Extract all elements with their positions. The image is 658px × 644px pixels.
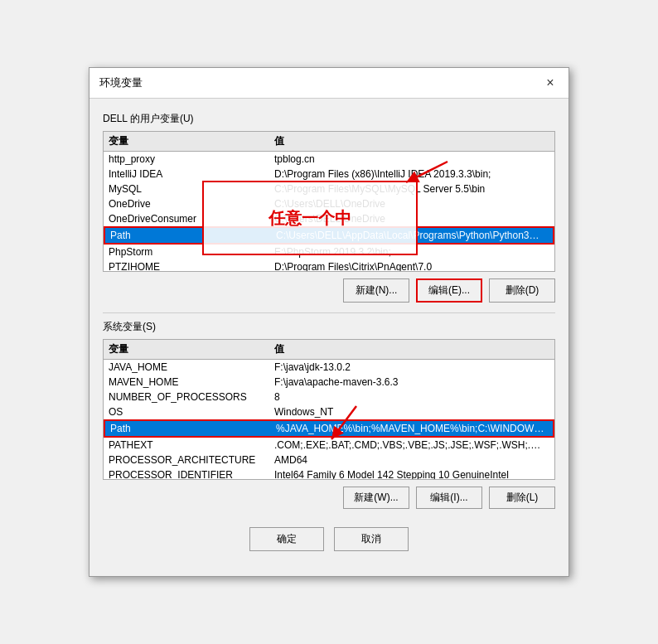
system-vars-label: 系统变量(S) xyxy=(103,320,555,334)
system-vars-rows: JAVA_HOMEF:\java\jdk-13.0.2MAVEN_HOMEF:\… xyxy=(104,360,554,480)
system-vars-header-var: 变量 xyxy=(109,342,274,356)
sys-row-var: MAVEN_HOME xyxy=(109,376,274,388)
sys-edit-button[interactable]: 编辑(I)... xyxy=(416,487,482,509)
sys-row-val: .COM;.EXE;.BAT;.CMD;.VBS;.VBE;.JS;.JSE;.… xyxy=(274,439,549,451)
sys-delete-button[interactable]: 删除(L) xyxy=(489,487,555,509)
sys-row-val: Intel64 Family 6 Model 142 Stepping 10 G… xyxy=(274,469,549,480)
title-bar: 环境变量 × xyxy=(90,68,568,99)
bottom-buttons: 确定 取消 xyxy=(103,519,555,563)
sys-row-var: NUMBER_OF_PROCESSORS xyxy=(109,391,274,403)
sys-row-var: JAVA_HOME xyxy=(109,361,274,373)
user-row-val: tpblog.cn xyxy=(274,153,549,165)
sys-new-button[interactable]: 新建(W)... xyxy=(343,487,409,509)
sys-row-var: PROCESSOR_IDENTIFIER xyxy=(109,469,274,480)
system-vars-header: 变量 值 xyxy=(104,340,554,360)
user-row-var: http_proxy xyxy=(109,153,274,165)
sys-table-row[interactable]: Path%JAVA_HOME%\bin;%MAVEN_HOME%\bin;C:\… xyxy=(104,419,554,438)
user-vars-buttons: 新建(N)... 编辑(E)... 删除(D) xyxy=(103,278,555,303)
sys-row-var: OS xyxy=(109,406,274,418)
user-table-row[interactable]: http_proxytpblog.cn xyxy=(104,152,554,167)
user-row-val: D:\Program Files (x86)\IntelliJ IDEA 201… xyxy=(274,168,549,180)
annotation-text: 任意一个中 xyxy=(269,207,351,230)
sys-table-row[interactable]: PROCESSOR_IDENTIFIERIntel64 Family 6 Mod… xyxy=(104,467,554,480)
dialog-body: DELL 的用户变量(U) 变量 值 http_proxytpblog.cnIn… xyxy=(90,99,568,576)
close-button[interactable]: × xyxy=(542,75,559,91)
system-vars-section: 系统变量(S) 变量 值 JAVA_HOMEF:\java\jdk-13.0.2… xyxy=(103,320,555,509)
sys-row-val: F:\java\apache-maven-3.6.3 xyxy=(274,376,549,388)
user-vars-header-val: 值 xyxy=(274,134,549,148)
user-vars-label: DELL 的用户变量(U) xyxy=(103,112,555,126)
sys-row-var: PATHEXT xyxy=(109,439,274,451)
user-vars-header-var: 变量 xyxy=(109,134,274,148)
sys-table-row[interactable]: OSWindows_NT xyxy=(104,404,554,419)
user-delete-button[interactable]: 删除(D) xyxy=(489,278,555,303)
sys-table-row[interactable]: JAVA_HOMEF:\java\jdk-13.0.2 xyxy=(104,360,554,375)
sys-table-row[interactable]: PATHEXT.COM;.EXE;.BAT;.CMD;.VBS;.VBE;.JS… xyxy=(104,438,554,453)
ok-button[interactable]: 确定 xyxy=(249,527,324,551)
sys-row-var: PROCESSOR_ARCHITECTURE xyxy=(109,454,274,466)
sys-row-val: AMD64 xyxy=(274,454,549,466)
sys-row-val: F:\java\jdk-13.0.2 xyxy=(274,361,549,373)
user-row-var: PTZIHOME xyxy=(109,261,274,272)
user-row-val: D:\Program Files\Citrix\PnAgent\7.0 xyxy=(274,261,549,272)
sys-table-row[interactable]: PROCESSOR_ARCHITECTUREAMD64 xyxy=(104,453,554,467)
sys-row-val: %JAVA_HOME%\bin;%MAVEN_HOME%\bin;C:\WIND… xyxy=(276,423,548,434)
sys-table-row[interactable]: MAVEN_HOMEF:\java\apache-maven-3.6.3 xyxy=(104,375,554,390)
user-row-var: IntelliJ IDEA xyxy=(109,168,274,180)
user-vars-section: DELL 的用户变量(U) 变量 值 http_proxytpblog.cnIn… xyxy=(103,112,555,303)
sys-table-row[interactable]: NUMBER_OF_PROCESSORS8 xyxy=(104,390,554,404)
user-new-button[interactable]: 新建(N)... xyxy=(343,278,409,303)
system-vars-buttons: 新建(W)... 编辑(I)... 删除(L) xyxy=(103,487,555,509)
system-vars-table[interactable]: 变量 值 JAVA_HOMEF:\java\jdk-13.0.2MAVEN_HO… xyxy=(103,339,555,480)
env-vars-dialog: 环境变量 × DELL 的用户变量(U) 变量 值 http_proxytpbl… xyxy=(89,67,569,577)
sys-row-var: Path xyxy=(110,423,276,434)
annotation-box-user: 任意一个中 xyxy=(202,181,418,255)
system-vars-header-val: 值 xyxy=(274,342,549,356)
sys-row-val: Windows_NT xyxy=(274,406,549,418)
user-table-row[interactable]: PTZIHOMED:\Program Files\Citrix\PnAgent\… xyxy=(104,259,554,272)
section-divider xyxy=(103,312,555,313)
user-table-row[interactable]: IntelliJ IDEAD:\Program Files (x86)\Inte… xyxy=(104,167,554,182)
user-vars-header: 变量 值 xyxy=(104,132,554,152)
sys-row-val: 8 xyxy=(274,391,549,403)
cancel-button[interactable]: 取消 xyxy=(334,527,409,551)
dialog-title: 环境变量 xyxy=(99,75,143,90)
user-edit-button[interactable]: 编辑(E)... xyxy=(416,278,482,303)
